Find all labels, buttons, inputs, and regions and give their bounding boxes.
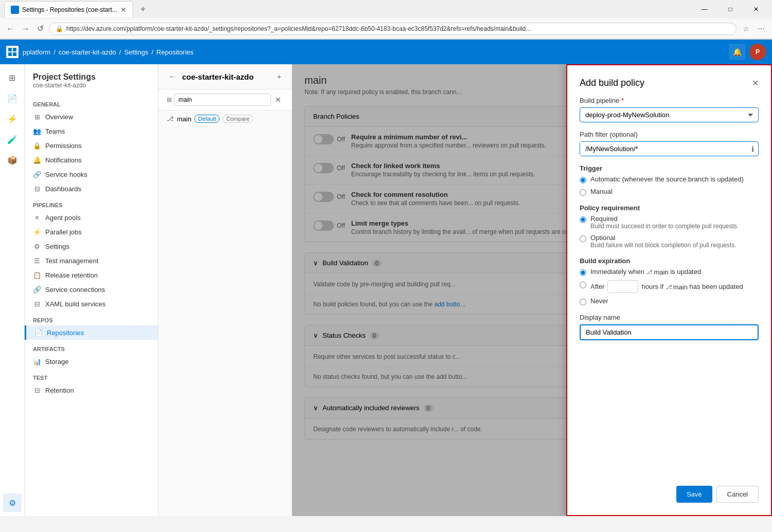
browser-tab[interactable]: Settings - Repositories (coe-start... ✕ <box>4 1 133 17</box>
requirement-required-radio[interactable] <box>580 216 586 223</box>
branch-panel-repo-name: coe-starter-kit-azdo <box>182 72 254 81</box>
sidebar-label-test-management: Test management <box>45 257 98 265</box>
refresh-btn[interactable]: ↺ <box>35 22 46 35</box>
retention-icon: ⊟ <box>33 386 41 394</box>
sidebar-item-release-retention[interactable]: 📋Release retention <box>25 268 158 282</box>
expiration-never-label: Never <box>590 297 608 305</box>
trigger-automatic-label: Automatic (whenever the source branch is… <box>590 175 744 183</box>
sidebar-item-parallel-jobs[interactable]: ⚡Parallel jobs <box>25 225 158 239</box>
filter-clear-btn[interactable]: ✕ <box>273 94 283 106</box>
repositories-icon: 📄 <box>34 328 43 337</box>
expiration-radio-group: Immediately when ⎇ main is updated After… <box>580 268 759 305</box>
branch-panel-title: ← coe-starter-kit-azdo <box>167 70 254 83</box>
forward-btn[interactable]: → <box>20 22 32 35</box>
notifications-nav-icon: 🔔 <box>33 156 41 164</box>
sidebar-label-service-hooks: Service hooks <box>45 171 87 178</box>
path-filter-input[interactable] <box>580 142 747 156</box>
expiration-after-radio[interactable] <box>580 282 586 288</box>
sidebar-item-service-connections[interactable]: 🔗Service connections <box>25 282 158 297</box>
sidebar-item-retention[interactable]: ⊟Retention <box>25 383 158 397</box>
azure-logo <box>6 46 19 58</box>
expiration-never-item: Never <box>580 297 759 305</box>
notifications-icon[interactable]: 🔔 <box>729 44 745 60</box>
sidebar-section-artifacts: Artifacts <box>25 340 158 354</box>
sidebar-label-release-retention: Release retention <box>45 271 98 279</box>
sidebar-item-agent-pools[interactable]: ≡Agent pools <box>25 210 158 225</box>
breadcrumb-org[interactable]: pplatform <box>23 48 50 56</box>
requirement-optional-radio[interactable] <box>580 235 586 242</box>
sidebar-item-permissions[interactable]: 🔒Permissions <box>25 138 158 153</box>
browser-menu-btn[interactable]: ⋯ <box>755 23 768 35</box>
policy-requirement-title: Policy requirement <box>580 204 759 212</box>
branch-back-btn[interactable]: ← <box>167 70 178 83</box>
maximize-btn[interactable]: □ <box>719 1 742 17</box>
requirement-required-desc: Build must succeed in order to complete … <box>590 223 739 230</box>
sidebar-title: Project Settings <box>33 72 150 82</box>
expiration-hours-input[interactable] <box>607 280 638 293</box>
expiration-after-label: After <box>590 283 604 290</box>
url-text: https://dev.azure.com/pplatform/coe-star… <box>66 25 531 32</box>
expiration-immediately-radio[interactable] <box>580 269 586 276</box>
policy-requirement-group: Policy requirement Required Build must s… <box>580 204 759 249</box>
parallel-jobs-icon: ⚡ <box>33 228 41 236</box>
top-nav: pplatform / coe-starter-kit-azdo / Setti… <box>0 40 772 64</box>
build-expiration-title: Build expiration <box>580 257 759 265</box>
trigger-automatic-radio[interactable] <box>580 177 586 184</box>
breadcrumb-repositories[interactable]: Repositories <box>156 48 193 56</box>
sidebar-label-notifications: Notifications <box>45 156 82 164</box>
bookmark-star-btn[interactable]: ☆ <box>740 23 752 35</box>
expiration-never-radio[interactable] <box>580 299 586 305</box>
breadcrumb-project[interactable]: coe-starter-kit-azdo <box>59 48 116 56</box>
modal-header: Add build policy ✕ <box>580 78 759 88</box>
sidebar-item-xaml-build[interactable]: ⊟XAML build services <box>25 297 158 311</box>
tab-title: Settings - Repositories (coe-start... <box>22 6 117 13</box>
icon-bar-pipelines[interactable]: ⚡ <box>3 109 22 128</box>
modal-close-btn[interactable]: ✕ <box>752 78 759 88</box>
icon-bar-settings[interactable]: ⚙ <box>3 493 22 512</box>
close-window-btn[interactable]: ✕ <box>744 1 768 17</box>
sidebar-item-settings[interactable]: ⚙Settings <box>25 239 158 253</box>
sidebar-item-storage[interactable]: 📊Storage <box>25 354 158 369</box>
build-pipeline-group: Build pipeline * deploy-prod-MyNewSoluti… <box>580 97 759 122</box>
sidebar-item-overview[interactable]: ⊞Overview <box>25 109 158 124</box>
compare-badge: Compare <box>223 115 253 123</box>
display-name-input[interactable] <box>580 324 759 340</box>
sidebar-label-dashboards: Dashboards <box>45 185 81 193</box>
path-filter-group: Path filter (optional) ℹ <box>580 131 759 156</box>
branch-list-item-main[interactable]: ⎇ main Default Compare <box>158 111 292 127</box>
sidebar-label-storage: Storage <box>45 358 69 365</box>
sidebar-label-agent-pools: Agent pools <box>45 214 81 222</box>
add-build-policy-modal: Add build policy ✕ Build pipeline * depl… <box>566 64 772 516</box>
icon-bar-boards[interactable]: ⊞ <box>3 68 22 87</box>
back-btn[interactable]: ← <box>4 22 16 35</box>
cancel-button[interactable]: Cancel <box>716 486 759 503</box>
sidebar-item-test-management[interactable]: ☰Test management <box>25 253 158 268</box>
icon-bar-artifacts[interactable]: 📦 <box>3 151 22 169</box>
sidebar-section-repos: Repos <box>25 311 158 325</box>
save-button[interactable]: Save <box>676 486 712 503</box>
icon-bar-testplans[interactable]: 🧪 <box>3 130 22 149</box>
icon-bar-repos[interactable]: 📄 <box>3 89 22 107</box>
sidebar-item-repositories[interactable]: 📄Repositories <box>25 325 158 340</box>
sidebar-section-general: General <box>25 95 158 109</box>
modal-title: Add build policy <box>580 78 644 88</box>
user-avatar[interactable]: P <box>749 44 766 60</box>
sidebar-subtitle: coe-starter-kit-azdo <box>33 82 150 89</box>
sidebar-item-service-hooks[interactable]: 🔗Service hooks <box>25 167 158 181</box>
new-tab-btn[interactable]: + <box>137 3 149 16</box>
policy-requirement-radio-group: Required Build must succeed in order to … <box>580 215 759 249</box>
tab-favicon <box>11 6 19 14</box>
breadcrumb-settings[interactable]: Settings <box>124 48 148 56</box>
address-bar[interactable]: 🔒 https://dev.azure.com/pplatform/coe-st… <box>49 23 737 35</box>
tab-close-btn[interactable]: ✕ <box>120 6 127 14</box>
sidebar-item-teams[interactable]: 👥Teams <box>25 124 158 138</box>
requirement-required-label: Required <box>590 215 739 223</box>
filter-input[interactable] <box>174 94 271 106</box>
sidebar-item-dashboards[interactable]: ⊟Dashboards <box>25 181 158 196</box>
minimize-btn[interactable]: — <box>693 1 716 17</box>
branch-add-btn[interactable]: + <box>275 70 283 83</box>
breadcrumb-sep3: / <box>151 48 153 56</box>
sidebar-item-notifications[interactable]: 🔔Notifications <box>25 153 158 167</box>
trigger-manual-radio[interactable] <box>580 189 586 196</box>
build-pipeline-select[interactable]: deploy-prod-MyNewSolution <box>580 107 759 122</box>
